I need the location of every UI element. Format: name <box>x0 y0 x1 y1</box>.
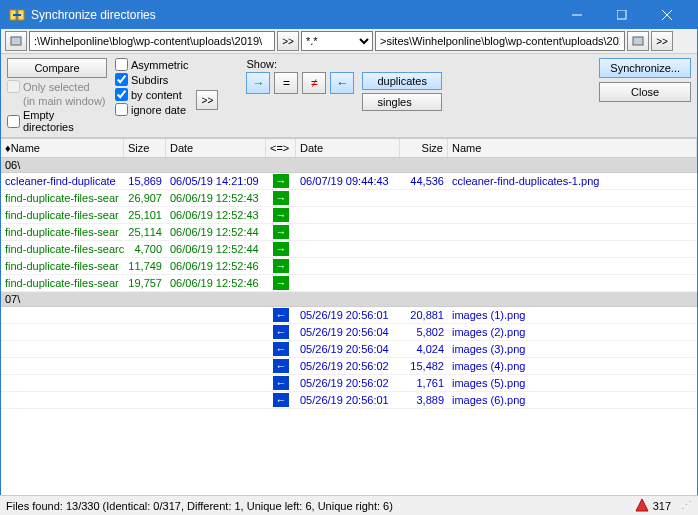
show-label: Show: <box>246 58 354 70</box>
app-icon <box>9 7 25 23</box>
options-expand-button[interactable]: >> <box>196 90 218 110</box>
svg-marker-8 <box>636 499 648 511</box>
header-direction[interactable]: <=> <box>266 139 296 157</box>
only-selected-checkbox[interactable]: Only selected <box>7 80 107 93</box>
group-row[interactable]: 06\ <box>1 158 697 173</box>
empty-dirs-checkbox[interactable]: Empty directories <box>7 109 107 133</box>
status-text: Files found: 13/330 (Identical: 0/317, D… <box>6 500 393 512</box>
file-row[interactable]: ←05/26/19 20:56:045,802images (2).png <box>1 324 697 341</box>
asymmetric-checkbox[interactable]: Asymmetric <box>115 58 188 71</box>
file-row[interactable]: find-duplicate-files-sear11,74906/06/19 … <box>1 258 697 275</box>
left-drive-button[interactable] <box>5 31 27 51</box>
compare-button[interactable]: Compare <box>7 58 107 78</box>
file-row[interactable]: find-duplicate-files-sear25,10106/06/19 … <box>1 207 697 224</box>
show-equal-button[interactable]: = <box>274 72 298 94</box>
file-row[interactable]: ←05/26/19 20:56:013,889images (6).png <box>1 392 697 409</box>
toolbar: Compare Only selected (in main window) E… <box>1 54 697 138</box>
file-grid[interactable]: 06\ccleaner-find-duplicate15,86906/05/19… <box>1 158 697 484</box>
right-path-input[interactable] <box>375 31 625 51</box>
left-expand-button[interactable]: >> <box>277 31 299 51</box>
singles-button[interactable]: singles <box>362 93 442 111</box>
right-expand-button[interactable]: >> <box>651 31 673 51</box>
left-path-input[interactable] <box>29 31 275 51</box>
error-icon <box>635 498 649 514</box>
header-date-left[interactable]: Date <box>166 139 266 157</box>
group-row[interactable]: 07\ <box>1 292 697 307</box>
minimize-button[interactable] <box>554 1 599 29</box>
path-bar: >> *.* >> <box>1 29 697 54</box>
file-row[interactable]: find-duplicate-files-sear26,90706/06/19 … <box>1 190 697 207</box>
only-selected-sub: (in main window) <box>23 95 107 107</box>
show-right-arrow-button[interactable]: → <box>246 72 270 94</box>
file-row[interactable]: find-duplicate-files-searcl4,70006/06/19… <box>1 241 697 258</box>
header-size-right[interactable]: Size <box>400 139 448 157</box>
file-row[interactable]: ccleaner-find-duplicate15,86906/05/19 14… <box>1 173 697 190</box>
svg-rect-3 <box>617 10 626 19</box>
resize-grip[interactable]: ⋰ <box>681 499 692 512</box>
close-dialog-button[interactable]: Close <box>599 82 691 102</box>
by-content-checkbox[interactable]: by content <box>115 88 188 101</box>
right-drive-button[interactable] <box>627 31 649 51</box>
header-size-left[interactable]: Size <box>124 139 166 157</box>
header-date-right[interactable]: Date <box>296 139 400 157</box>
file-row[interactable]: ←05/26/19 20:56:0215,482images (4).png <box>1 358 697 375</box>
header-name-right[interactable]: Name <box>448 139 697 157</box>
show-left-arrow-button[interactable]: ← <box>330 72 354 94</box>
column-headers: ♦Name Size Date <=> Date Size Name <box>1 138 697 158</box>
file-row[interactable]: ←05/26/19 20:56:044,024images (3).png <box>1 341 697 358</box>
show-not-equal-button[interactable]: ≠ <box>302 72 326 94</box>
svg-rect-6 <box>11 37 21 45</box>
header-name-left[interactable]: ♦Name <box>1 139 124 157</box>
duplicates-button[interactable]: duplicates <box>362 72 442 90</box>
status-bar: Files found: 13/330 (Identical: 0/317, D… <box>0 495 698 515</box>
filter-select[interactable]: *.* <box>301 31 373 51</box>
subdirs-checkbox[interactable]: Subdirs <box>115 73 188 86</box>
status-count: 317 <box>653 500 671 512</box>
file-row[interactable]: find-duplicate-files-sear25,11406/06/19 … <box>1 224 697 241</box>
maximize-button[interactable] <box>599 1 644 29</box>
window-title: Synchronize directories <box>31 8 554 22</box>
file-row[interactable]: find-duplicate-files-sear19,75706/06/19 … <box>1 275 697 292</box>
titlebar[interactable]: Synchronize directories <box>1 1 697 29</box>
file-row[interactable]: ←05/26/19 20:56:0120,881images (1).png <box>1 307 697 324</box>
synchronize-button[interactable]: Synchronize... <box>599 58 691 78</box>
svg-rect-7 <box>633 37 643 45</box>
close-button[interactable] <box>644 1 689 29</box>
ignore-date-checkbox[interactable]: ignore date <box>115 103 188 116</box>
file-row[interactable]: ←05/26/19 20:56:021,761images (5).png <box>1 375 697 392</box>
